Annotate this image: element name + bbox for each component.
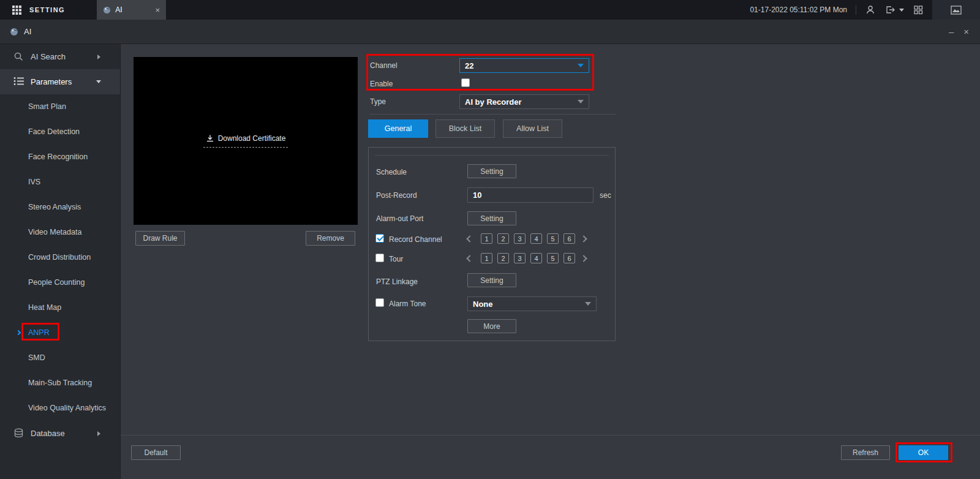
channel-value: 22 [465, 61, 473, 70]
chevron-down-icon [96, 80, 101, 83]
tour-label: Tour [389, 255, 403, 263]
type-dropdown[interactable]: AI by Recorder [459, 94, 589, 109]
record-channel-4[interactable]: 4 [530, 233, 542, 244]
dropdown-arrow-icon [578, 100, 584, 104]
enable-label: Enable [370, 80, 393, 88]
download-icon [206, 134, 214, 143]
sidebar-item-video-quality-analytics[interactable]: Video Quality Analytics [0, 396, 120, 421]
tab-close-icon[interactable]: × [156, 6, 160, 15]
record-channel-3[interactable]: 3 [514, 233, 526, 244]
channels-next-icon[interactable] [580, 235, 587, 242]
schedule-setting-button[interactable]: Setting [467, 164, 516, 178]
alarm-tone-checkbox[interactable] [375, 298, 384, 307]
chevron-right-icon [97, 431, 100, 436]
sidebar-item-ivs[interactable]: IVS [0, 170, 120, 195]
alarm-out-port-label: Alarm-out Port [376, 214, 423, 223]
tour-next-icon[interactable] [580, 255, 587, 262]
record-channel-5[interactable]: 5 [547, 233, 559, 244]
ptz-linkage-label: PTZ Linkage [376, 277, 418, 286]
tab-block-list[interactable]: Block List [435, 119, 495, 138]
alarm-out-setting-button[interactable]: Setting [467, 211, 516, 225]
sidebar-item-main-sub-tracking[interactable]: Main-Sub Tracking [0, 371, 120, 396]
sidebar-item-label: ANPR [28, 328, 50, 337]
ok-button[interactable]: OK [899, 445, 948, 460]
setting-menu-label[interactable]: SETTING [29, 6, 65, 13]
channel-dropdown[interactable]: 22 [459, 58, 589, 73]
list-icon [13, 77, 24, 87]
sidebar-item-anpr[interactable]: ANPR [0, 320, 120, 345]
export-logout-icon[interactable] [884, 4, 895, 15]
sidebar-group-label: Database [31, 429, 65, 438]
tour-channel-1[interactable]: 1 [481, 253, 492, 263]
refresh-button[interactable]: Refresh [841, 445, 890, 460]
tab-ai[interactable]: AI × [97, 0, 166, 20]
alarm-tone-label: Alarm Tone [389, 300, 426, 308]
ai-window-icon [10, 28, 18, 36]
sidebar-item-crowd-distribution[interactable]: Crowd Distribution [0, 245, 120, 270]
ptz-setting-button[interactable]: Setting [467, 273, 516, 287]
tour-channel-4[interactable]: 4 [530, 253, 542, 263]
channel-label: Channel [370, 61, 398, 70]
record-channel-6[interactable]: 6 [564, 233, 575, 244]
download-certificate-link[interactable]: Download Certificate [203, 134, 288, 148]
dropdown-arrow-icon [585, 302, 591, 306]
user-icon[interactable] [865, 4, 876, 15]
current-item-chevron-icon [16, 330, 21, 335]
channels-prev-icon[interactable] [466, 235, 473, 242]
post-record-label: Post-Record [376, 191, 417, 200]
tour-channel-5[interactable]: 5 [547, 253, 559, 263]
section-divider [370, 114, 616, 115]
tour-prev-icon[interactable] [466, 255, 473, 262]
alarm-tone-dropdown[interactable]: None [467, 296, 597, 311]
draw-rule-button[interactable]: Draw Rule [135, 231, 185, 246]
sidebar-item-heat-map[interactable]: Heat Map [0, 295, 120, 320]
layout-icon[interactable] [913, 4, 924, 15]
sidebar-group-ai-search[interactable]: AI Search [0, 44, 120, 69]
remove-button[interactable]: Remove [306, 231, 355, 246]
tour-checkbox[interactable] [375, 254, 384, 262]
sidebar-item-face-recognition[interactable]: Face Recognition [0, 145, 120, 170]
sidebar-group-database[interactable]: Database [0, 421, 120, 446]
post-record-input[interactable] [467, 187, 594, 203]
tour-channel-3[interactable]: 3 [514, 253, 526, 263]
more-button[interactable]: More [467, 319, 516, 333]
type-value: AI by Recorder [465, 97, 521, 107]
sidebar-item-stereo-analysis[interactable]: Stereo Analysis [0, 195, 120, 220]
tour-channel-2[interactable]: 2 [497, 253, 509, 263]
sidebar-group-parameters[interactable]: Parameters [0, 69, 120, 94]
sidebar-item-smd[interactable]: SMD [0, 345, 120, 371]
sidebar-item-smart-plan[interactable]: Smart Plan [0, 94, 120, 119]
record-channel-checkbox[interactable] [375, 234, 384, 243]
default-button[interactable]: Default [131, 445, 181, 460]
post-record-unit: sec [600, 191, 611, 200]
app-window: SETTING AI × 01-17-2022 05:11:02 PM Mon [0, 0, 980, 479]
tab-ai-label: AI [115, 6, 122, 14]
dropdown-arrow-icon [578, 64, 584, 67]
topbar-separator [856, 5, 856, 15]
sidebar-item-people-counting[interactable]: People Counting [0, 270, 120, 295]
enable-checkbox[interactable] [461, 78, 470, 87]
record-channel-2[interactable]: 2 [497, 233, 509, 244]
chevron-right-icon [97, 55, 100, 59]
tab-general[interactable]: General [368, 119, 428, 138]
apps-grid-icon[interactable] [12, 6, 21, 15]
sidebar-item-video-metadata[interactable]: Video Metadata [0, 220, 120, 245]
window-titlebar: AI – × [0, 20, 980, 44]
tour-channel-6[interactable]: 6 [564, 253, 575, 263]
record-channel-label: Record Channel [389, 235, 442, 244]
sidebar-item-face-detection[interactable]: Face Detection [0, 119, 120, 145]
download-certificate-label: Download Certificate [218, 134, 286, 143]
footer-divider [121, 435, 980, 436]
record-channel-1[interactable]: 1 [481, 233, 492, 244]
sidebar: AI Search Parameters Smart Plan Face Det… [0, 44, 121, 479]
alarm-tone-value: None [473, 300, 493, 309]
sidebar-group-label: Parameters [31, 77, 72, 86]
export-caret-icon[interactable] [899, 9, 904, 12]
minimize-icon[interactable]: – [949, 27, 954, 36]
tab-allow-list[interactable]: Allow List [503, 119, 562, 138]
general-settings-panel: Schedule Setting Post-Record sec Alarm-o… [368, 147, 616, 341]
sidebar-group-label: AI Search [31, 52, 66, 61]
video-preview: Download Certificate [134, 57, 358, 225]
display-switch-block[interactable] [932, 0, 980, 20]
close-icon[interactable]: × [963, 27, 969, 36]
